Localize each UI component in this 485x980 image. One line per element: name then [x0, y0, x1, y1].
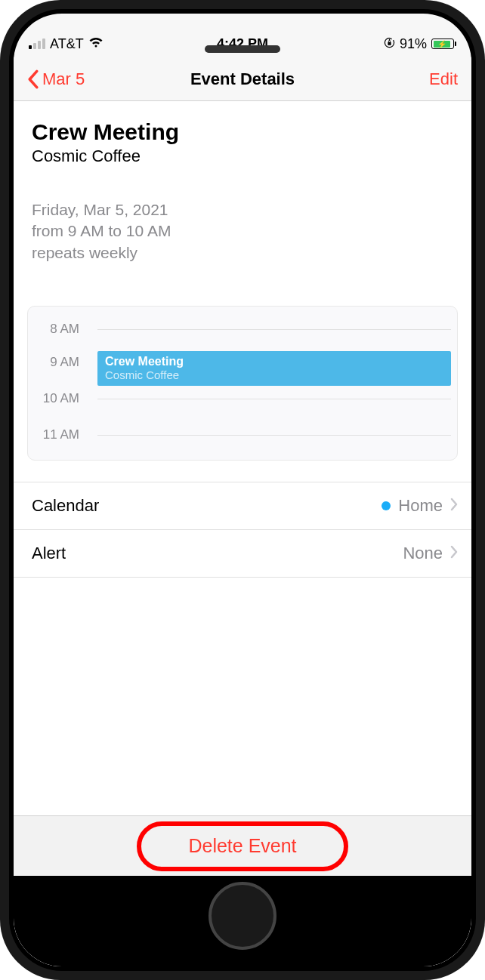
chevron-left-icon	[27, 69, 39, 89]
hour-label: 9 AM	[28, 355, 88, 370]
event-location: Cosmic Coffee	[32, 146, 453, 166]
event-time-line: from 9 AM to 10 AM	[32, 220, 453, 242]
content-area: Crew Meeting Cosmic Coffee Friday, Mar 5…	[14, 101, 471, 966]
battery-icon: ⚡	[431, 39, 456, 49]
hour-label: 8 AM	[28, 322, 88, 337]
delete-event-button[interactable]: Delete Event	[152, 826, 332, 866]
back-button[interactable]: Mar 5	[27, 69, 85, 89]
calendar-color-dot	[382, 501, 391, 510]
phone-frame: AT&T 4:42 PM 91% ⚡	[0, 0, 485, 980]
calendar-value: Home	[398, 496, 443, 516]
signal-icon	[29, 39, 45, 49]
edit-button[interactable]: Edit	[429, 69, 458, 89]
carrier-label: AT&T	[50, 36, 84, 52]
calendar-row[interactable]: Calendar Home	[14, 482, 471, 529]
hour-label: 11 AM	[28, 427, 88, 442]
back-label: Mar 5	[42, 69, 85, 89]
calendar-label: Calendar	[32, 496, 99, 516]
home-button[interactable]	[209, 882, 276, 950]
page-title: Event Details	[190, 69, 295, 89]
settings-list: Calendar Home Alert None	[14, 482, 471, 578]
battery-percent-label: 91%	[400, 36, 427, 52]
event-title: Crew Meeting	[32, 119, 453, 145]
event-repeat-line: repeats weekly	[32, 242, 453, 263]
event-date-line: Friday, Mar 5, 2021	[32, 199, 453, 220]
event-date-info: Friday, Mar 5, 2021 from 9 AM to 10 AM r…	[32, 199, 453, 263]
phone-speaker	[205, 45, 280, 53]
chevron-right-icon	[450, 496, 458, 516]
rotation-lock-icon	[384, 36, 395, 52]
hour-label: 10 AM	[28, 391, 88, 406]
event-block-subtitle: Cosmic Coffee	[105, 368, 443, 381]
status-bar: AT&T 4:42 PM 91% ⚡	[14, 30, 471, 57]
nav-bar: Mar 5 Event Details Edit	[14, 57, 471, 101]
chevron-right-icon	[450, 544, 458, 563]
event-block-title: Crew Meeting	[105, 355, 443, 368]
timeline-preview[interactable]: 8 AM 9 AM 10 AM 11 AM	[27, 306, 458, 461]
delete-bar: Delete Event	[14, 815, 471, 876]
alert-value: None	[403, 544, 443, 563]
event-block[interactable]: Crew Meeting Cosmic Coffee	[97, 351, 451, 386]
svg-rect-1	[388, 42, 391, 44]
alert-label: Alert	[32, 544, 66, 563]
alert-row[interactable]: Alert None	[14, 529, 471, 578]
wifi-icon	[88, 36, 103, 52]
